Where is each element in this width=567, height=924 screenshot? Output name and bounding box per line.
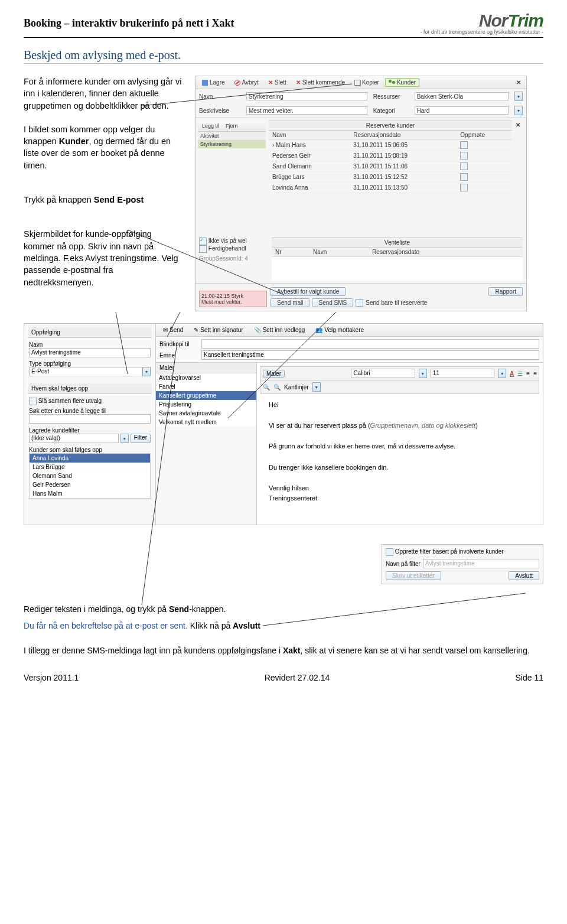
recipients-button[interactable]: 👥 Velg mottakere — [312, 326, 367, 334]
attachment-button[interactable]: 📎 Sett inn vedlegg — [250, 326, 309, 334]
signature-button[interactable]: ✎ Sett inn signatur — [190, 326, 246, 334]
remove-button[interactable]: Fjern — [223, 122, 240, 129]
logo-subtitle: - for drift av treningssentere og fysika… — [420, 30, 543, 35]
input-subject[interactable]: Kansellert treningstime — [201, 350, 539, 360]
send-button[interactable]: ✉ Send — [159, 326, 187, 334]
dropdown-icon[interactable]: ▼ — [142, 367, 151, 376]
label-subject: Emne — [159, 352, 198, 359]
close-button[interactable]: ✕ — [513, 122, 523, 128]
input-navn[interactable]: Avlyst treningstime — [29, 348, 151, 357]
saved-filter-select[interactable]: (Ikke valgt) — [29, 434, 119, 443]
add-button[interactable]: Legg til — [200, 122, 221, 129]
hvem-title: Hvem skal følges opp — [28, 383, 152, 394]
para-2: I bildet som kommer opp velger du knappe… — [24, 123, 183, 171]
list-item[interactable]: Olemann Sand — [30, 471, 150, 480]
avbestill-button[interactable]: Avbestill for valgt kunde — [271, 287, 346, 296]
align-right-icon[interactable]: ≡ — [533, 370, 537, 377]
list-item[interactable]: Lars Brügge — [30, 463, 150, 471]
delete-button[interactable]: ✕Slett — [265, 78, 290, 87]
list-item[interactable]: Hans Malm — [30, 489, 150, 498]
list-item[interactable]: Prisjustering — [156, 400, 256, 409]
dropdown-icon[interactable]: ▼ — [514, 92, 523, 101]
checkbox[interactable] — [460, 162, 468, 170]
col-navn: Navn — [309, 248, 369, 257]
maler-tab[interactable]: Maler — [263, 370, 285, 378]
waitlist-title: Venteliste — [272, 237, 523, 248]
list-item[interactable]: Avtalegirovarsel — [156, 373, 256, 382]
dropdown-icon[interactable]: ▼ — [498, 369, 506, 378]
filter-button[interactable]: Filter — [131, 434, 151, 443]
input-search[interactable] — [29, 414, 151, 424]
checkbox[interactable] — [460, 173, 468, 181]
reserved-table: Navn Reservasjonsdato Oppmøte › Malm Han… — [269, 131, 512, 193]
checkbox[interactable] — [460, 184, 468, 191]
dropdown-icon[interactable]: ▼ — [419, 369, 427, 378]
send-mail-button[interactable]: Send mail — [271, 298, 309, 307]
editor-panel: Maler Calibri▼ 11▼ A ☰ ≡ ≡ 🔍 🔍 — [257, 363, 543, 525]
close-button[interactable]: ✕ — [514, 79, 523, 86]
chk-merge[interactable] — [29, 398, 37, 405]
zoom-out-icon[interactable]: 🔍 — [273, 384, 281, 391]
kunder-button[interactable]: Kunder — [385, 78, 419, 87]
input-type[interactable]: E-Post — [29, 367, 142, 376]
label-type: Type oppfølging — [29, 360, 151, 367]
screenshot-session: Lagre Avbryt ✕Slett ✕Slett kommende Kopi… — [195, 76, 527, 311]
avslutt-button[interactable]: Avslutt — [509, 571, 539, 580]
section-heading: Beskjed om avlysing med e-post. — [24, 48, 543, 64]
list-item[interactable]: Velkomst nytt medlem — [156, 418, 256, 427]
header-title: Booking – interaktiv brukerinfo på nett … — [24, 17, 234, 30]
print-labels-button[interactable]: Skriv ut etiketter — [386, 571, 441, 580]
list-item[interactable]: Geir Pedersen — [30, 480, 150, 489]
screenshot-email: Oppfølging Navn Avlyst treningstime Type… — [24, 323, 543, 525]
font-select[interactable]: Calibri — [351, 369, 415, 378]
checkbox[interactable] — [460, 152, 468, 160]
cancel-button[interactable]: Avbryt — [231, 78, 262, 87]
label-kunder: Kunder som skal følges opp — [29, 447, 151, 453]
list-item[interactable]: Farvel — [156, 382, 256, 391]
email-body[interactable]: Hei Vi ser at du har reservert plass på … — [260, 394, 539, 510]
col-oppmote: Oppmøte — [457, 131, 512, 140]
templates-panel: Maler Avtalegirovarsel Farvel Kansellert… — [156, 363, 257, 525]
page-header: Booking – interaktiv brukerinfo på nett … — [24, 12, 543, 38]
font-size-select[interactable]: 11 — [431, 369, 494, 378]
send-sms-button[interactable]: Send SMS — [312, 298, 353, 307]
sidebar-item[interactable]: Styrketrening — [198, 140, 266, 148]
align-left-icon[interactable]: ☰ — [517, 370, 523, 377]
copy-button[interactable]: Kopier — [351, 78, 383, 87]
input-filter-name[interactable]: Avlyst treningstime — [423, 559, 539, 568]
list-item[interactable]: Anna Lovinda — [30, 454, 150, 463]
dropdown-icon[interactable]: ▼ — [120, 434, 129, 443]
table-row: Brügge Lars31.10.2011 15:12:52 — [269, 172, 512, 183]
input-beskrivelse[interactable]: Mest med vekter. — [246, 106, 367, 115]
list-item[interactable]: Savner avtalegiroavtale — [156, 409, 256, 418]
rapport-button[interactable]: Rapport — [488, 287, 523, 296]
chk-create-filter[interactable] — [386, 548, 393, 556]
col-nr: Nr — [272, 248, 309, 257]
email-toolbar: ✉ Send ✎ Sett inn signatur 📎 Sett inn ve… — [156, 324, 543, 337]
label-kategori: Kategori — [373, 108, 409, 114]
signature-icon: ✎ — [194, 327, 198, 333]
delete-icon: ✕ — [268, 79, 273, 86]
input-kategori[interactable]: Hard — [415, 106, 509, 115]
calendar-entry[interactable]: 21:00-22:15 Styrk Mest med vekter. — [199, 291, 267, 307]
save-icon — [202, 80, 208, 86]
dropdown-icon[interactable]: ▼ — [514, 106, 523, 115]
borders-button[interactable]: Kantlinjer — [284, 384, 309, 391]
para-1: For å informere kunder om avlysing går v… — [24, 76, 183, 112]
input-navn[interactable]: Styrketrening — [246, 92, 367, 100]
text-color-icon[interactable]: A — [510, 370, 514, 377]
delete-upcoming-button[interactable]: ✕Slett kommende — [292, 78, 348, 87]
input-ressurser[interactable]: Bakken Sterk-Ola — [415, 92, 509, 100]
list-item[interactable]: Kansellert gruppetime — [156, 391, 256, 400]
chk-ikke-vis[interactable] — [199, 237, 207, 245]
chk-only-reserved[interactable] — [356, 299, 363, 307]
people-icon — [389, 80, 395, 86]
save-button[interactable]: Lagre — [198, 78, 229, 87]
dropdown-icon[interactable]: ▼ — [312, 382, 321, 392]
checkbox[interactable] — [460, 141, 468, 149]
zoom-in-icon[interactable]: 🔍 — [263, 384, 270, 391]
page: Booking – interaktiv brukerinfo på nett … — [0, 0, 567, 694]
input-bcc[interactable] — [201, 339, 539, 349]
align-center-icon[interactable]: ≡ — [526, 370, 530, 377]
chk-ferdig[interactable] — [199, 245, 207, 253]
